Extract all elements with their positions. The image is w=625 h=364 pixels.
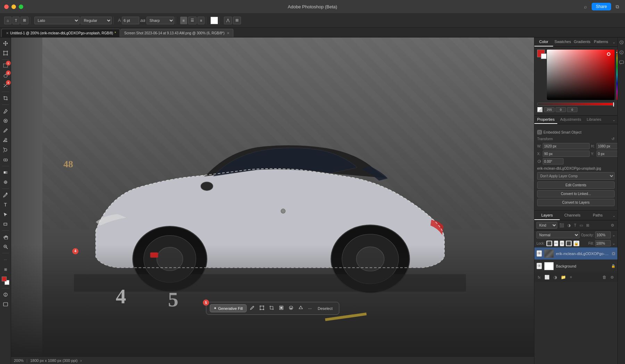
sel-transform-button[interactable] (258, 304, 266, 312)
layer-fx-button[interactable]: fx (536, 275, 542, 280)
tool-extra2[interactable]: ⊞ (1, 265, 10, 274)
tab-patterns[interactable]: Patterns (592, 37, 610, 46)
tab-layers[interactable]: Layers (534, 211, 560, 220)
add-adjustment-button[interactable]: ◑ (552, 274, 558, 280)
tool-lasso[interactable]: 2 (1, 71, 10, 80)
tab-gradients[interactable]: Gradients (573, 37, 592, 46)
convert-linked-button[interactable]: Convert to Linked... (537, 190, 615, 197)
h-input[interactable] (597, 143, 617, 149)
arrange-icon[interactable]: ⧉ (614, 3, 621, 10)
layer-settings-button[interactable]: ⚙ (609, 275, 615, 280)
font-style-select[interactable]: Regular (81, 17, 112, 24)
tool-heal[interactable] (1, 116, 10, 125)
filter-type-button[interactable]: T (573, 223, 577, 228)
y-input[interactable] (597, 151, 617, 157)
minimize-button[interactable] (11, 5, 16, 9)
tab-close-untitled[interactable]: ✕ (6, 31, 9, 35)
opacity-slider[interactable] (537, 103, 615, 105)
filter-smart-button[interactable]: ⊞ (585, 223, 590, 228)
filter-kind-select[interactable]: Kind (536, 222, 557, 229)
layer-visibility-bg[interactable]: 👁 (536, 263, 542, 269)
hue-slider[interactable] (617, 50, 617, 100)
sel-mask-button[interactable] (287, 304, 295, 312)
tool-quick-mask[interactable] (1, 290, 10, 299)
search-icon[interactable]: ⌕ (582, 3, 589, 10)
tab-color[interactable]: Color (534, 37, 553, 46)
tab-close-screenshot[interactable]: ✕ (227, 31, 230, 35)
warp-text-button[interactable]: ⋀ (224, 17, 232, 24)
edit-contents-button[interactable]: Edit Contents (537, 181, 615, 189)
delete-layer-button[interactable]: 🗑 (601, 274, 608, 280)
lock-image[interactable]: ✏ (554, 240, 558, 246)
filter-shape-button[interactable]: ▭ (578, 223, 584, 228)
window-controls[interactable] (4, 5, 23, 9)
color-panel-collapse[interactable]: ⌄ (610, 37, 617, 46)
tool-move[interactable] (1, 39, 10, 48)
deselect-button[interactable]: Deselect (315, 305, 335, 312)
tool-path-select[interactable] (1, 210, 10, 219)
layers-panel-collapse[interactable]: ⌄ (610, 211, 617, 220)
tool-zoom[interactable] (1, 242, 10, 251)
tool-stamp[interactable] (1, 136, 10, 145)
generative-fill-button[interactable]: ✦ Generative Fill (210, 304, 247, 312)
sel-fill-button[interactable] (277, 304, 285, 312)
opacity-input[interactable] (595, 231, 611, 238)
add-layer-button[interactable]: + (568, 274, 574, 280)
tab-screenshot[interactable]: Screen Shot 2023-06-14 at 9.13.43 AM.png… (120, 29, 233, 37)
align-left-button[interactable]: ≡ (180, 17, 187, 24)
lock-artboard[interactable]: ⬛ (566, 240, 572, 246)
blend-mode-select[interactable]: Normal (536, 231, 580, 238)
tool-crop[interactable] (1, 94, 10, 103)
filter-toggle-button[interactable]: ⚙ (610, 223, 615, 228)
status-arrow[interactable]: › (80, 358, 82, 363)
opacity-dropdown[interactable]: ⌄ (612, 233, 615, 237)
add-group-button[interactable]: 📁 (559, 274, 567, 280)
lock-position[interactable]: ⊕ (560, 240, 564, 246)
tool-extra1[interactable]: ··· (1, 255, 10, 264)
rv-history-button[interactable] (618, 39, 625, 47)
layer-item-background[interactable]: 👁 Background 🔒 (534, 260, 617, 272)
sel-filter-button[interactable] (297, 304, 305, 312)
sel-brush-button[interactable] (248, 304, 256, 312)
tool-dodge[interactable] (1, 178, 10, 187)
share-button[interactable]: Share (592, 3, 611, 10)
tool-type[interactable]: T (1, 200, 10, 209)
props-panel-collapse[interactable]: ⌄ (610, 116, 617, 124)
tool-select-rect[interactable]: 1 (1, 61, 10, 70)
sel-more-button[interactable]: ··· (306, 305, 314, 312)
tool-artboard[interactable] (1, 49, 10, 58)
color-gradient-picker[interactable] (547, 50, 615, 100)
foreground-color[interactable] (2, 277, 7, 281)
maximize-button[interactable] (19, 5, 23, 9)
convert-layers-button[interactable]: Convert to Layers (537, 199, 615, 206)
align-right-button[interactable]: ≡ (198, 17, 205, 24)
tab-paths[interactable]: Paths (585, 211, 610, 220)
tool-screen-mode[interactable] (1, 300, 10, 309)
rv-info-button[interactable] (618, 49, 625, 57)
lock-transparent[interactable]: ⬛ (546, 240, 552, 246)
add-mask-button[interactable]: ⬜ (543, 274, 551, 280)
tool-magic-wand[interactable]: 3 (1, 81, 10, 90)
tab-swatches[interactable]: Swatches (553, 37, 573, 46)
layer-item-car[interactable]: 👁 erik-mclean-dbLgODXOPgo-unsplash (534, 247, 617, 260)
tool-option-button[interactable]: ⊞ (20, 17, 28, 24)
x-input[interactable] (543, 151, 590, 157)
tab-libraries[interactable]: Libraries (584, 116, 604, 124)
font-size-input[interactable] (122, 17, 139, 24)
text-tool-button[interactable]: T (12, 17, 20, 24)
filter-adjust-button[interactable]: ◑ (566, 223, 572, 228)
tab-untitled[interactable]: ✕ Untitled-1 @ 200% (erik-mclean-dbLgODX… (1, 29, 120, 37)
g-input[interactable] (556, 107, 566, 112)
tool-eraser[interactable] (1, 155, 10, 164)
tool-shape[interactable] (1, 220, 10, 229)
b-input[interactable] (567, 107, 577, 112)
r-input[interactable] (544, 107, 555, 112)
layer-visibility-car[interactable]: 👁 (536, 250, 542, 257)
fill-dropdown[interactable]: ⌄ (612, 241, 615, 246)
tool-brush[interactable] (1, 126, 10, 135)
rv-chat-button[interactable] (618, 59, 625, 67)
tool-gradient[interactable] (1, 168, 10, 177)
fg-color-box[interactable] (537, 50, 545, 57)
tool-history-brush[interactable] (1, 145, 10, 154)
tool-hand[interactable] (1, 232, 10, 242)
